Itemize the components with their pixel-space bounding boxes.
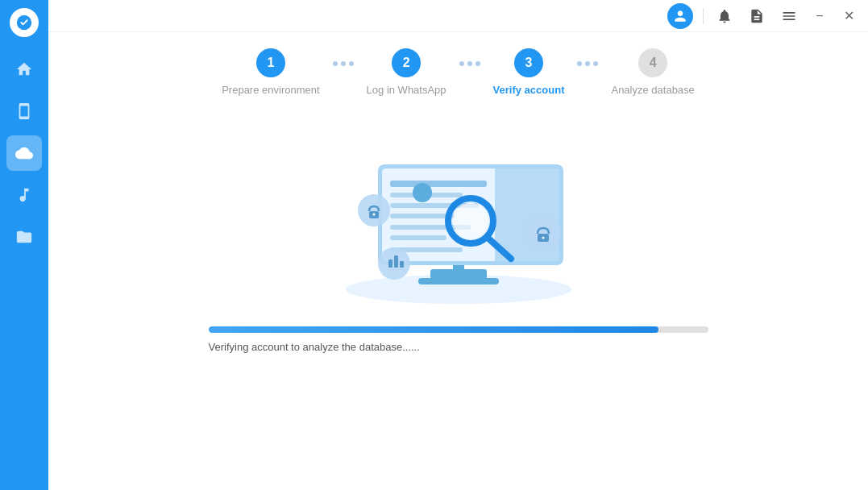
step-4: 4 Analyze database (611, 48, 694, 96)
svg-rect-13 (390, 235, 446, 240)
minimize-button[interactable]: − (810, 6, 829, 26)
step-dots-1-2 (333, 61, 354, 66)
document-icon[interactable] (745, 5, 768, 27)
progress-fill (209, 326, 658, 333)
step-3: 3 Verify account (493, 48, 565, 96)
svg-point-21 (372, 214, 375, 216)
app-logo[interactable] (10, 8, 39, 37)
progress-container: Verifying account to analyze the databas… (209, 326, 708, 353)
illustration (305, 120, 612, 305)
dot (459, 61, 464, 66)
step-dots-3-4 (577, 61, 598, 66)
sidebar-item-folder[interactable] (6, 219, 42, 255)
dot (467, 61, 472, 66)
svg-rect-27 (394, 255, 398, 268)
sidebar-item-home[interactable] (6, 52, 42, 87)
progress-status-text: Verifying account to analyze the databas… (209, 341, 708, 353)
bell-icon[interactable] (713, 5, 736, 27)
titlebar: − ✕ (48, 0, 868, 32)
svg-point-19 (358, 194, 390, 226)
sidebar-item-device[interactable] (6, 93, 42, 129)
main-panel: − ✕ 1 Prepare environment 2 (48, 0, 868, 490)
step-3-label: Verify account (493, 84, 565, 96)
svg-point-24 (542, 237, 544, 239)
step-2-label: Log in WhatsApp (367, 84, 446, 96)
progress-bar (209, 326, 708, 333)
svg-rect-8 (390, 181, 487, 187)
svg-rect-3 (418, 278, 499, 284)
dot (333, 61, 338, 66)
step-dots-2-3 (459, 61, 480, 66)
svg-rect-11 (390, 214, 455, 218)
dot (341, 61, 346, 66)
step-1-label: Prepare environment (222, 84, 319, 96)
user-avatar[interactable] (667, 3, 693, 29)
sidebar (0, 0, 48, 490)
svg-point-22 (525, 215, 561, 251)
svg-point-17 (453, 203, 488, 239)
sidebar-item-cloud[interactable] (6, 135, 42, 171)
svg-point-15 (413, 183, 432, 202)
menu-icon[interactable] (778, 5, 800, 27)
step-2: 2 Log in WhatsApp (367, 48, 446, 96)
step-4-label: Analyze database (611, 84, 694, 96)
dot (349, 61, 354, 66)
step-1: 1 Prepare environment (222, 48, 319, 96)
dot (593, 61, 598, 66)
step-2-circle: 2 (392, 48, 421, 77)
step-1-circle: 1 (256, 48, 285, 77)
dot (577, 61, 582, 66)
close-button[interactable]: ✕ (839, 6, 858, 26)
svg-rect-28 (400, 261, 404, 268)
sidebar-item-music[interactable] (6, 177, 42, 213)
step-4-circle: 4 (638, 48, 667, 77)
step-3-circle: 3 (514, 48, 543, 77)
content-area: 1 Prepare environment 2 Log in WhatsApp (48, 32, 868, 490)
svg-rect-26 (388, 260, 392, 268)
dot (585, 61, 590, 66)
stepper: 1 Prepare environment 2 Log in WhatsApp (81, 48, 836, 96)
titlebar-separator (703, 8, 704, 24)
dot (476, 61, 480, 66)
